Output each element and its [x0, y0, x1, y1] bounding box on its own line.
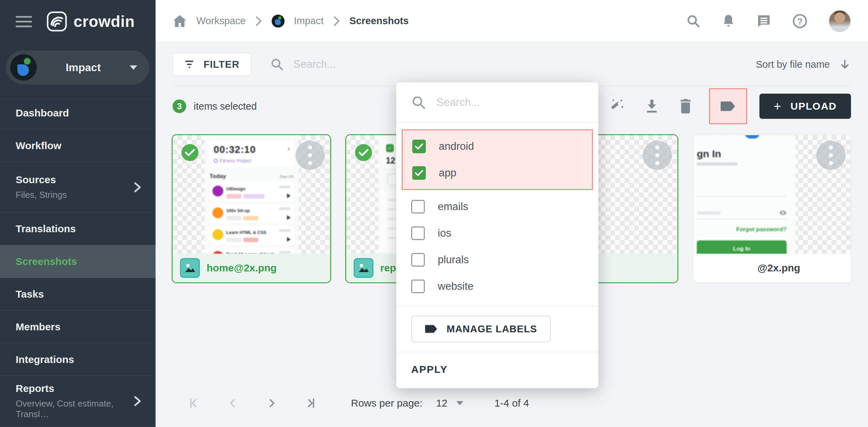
previous-page-button[interactable]	[226, 396, 239, 410]
sort-label: Sort by file name	[756, 59, 830, 70]
next-page-button[interactable]	[265, 396, 279, 410]
home-icon[interactable]	[173, 14, 187, 28]
labels-search-row	[396, 82, 598, 123]
eye-icon	[779, 210, 787, 215]
label-option-plurals[interactable]: plurals	[396, 247, 598, 273]
chevron-right-icon	[133, 394, 142, 408]
card-footer: @2x.png	[693, 254, 851, 282]
label-tag-button-highlighted[interactable]	[709, 88, 747, 124]
help-icon[interactable]: ?	[792, 14, 807, 29]
labels-dropdown: android app emails ios plurals website	[396, 82, 598, 388]
checkbox-icon[interactable]	[411, 253, 425, 267]
screenshot-card-signin[interactable]: gn In Forgot password? Log In @2x.png	[693, 135, 851, 282]
checkbox-checked-icon[interactable]	[412, 166, 426, 180]
delete-trash-icon[interactable]	[678, 98, 693, 114]
crowdin-logo-icon	[46, 11, 67, 32]
label-icon	[721, 101, 735, 111]
search-icon	[411, 95, 426, 110]
checkbox-icon[interactable]	[411, 200, 425, 214]
sidebar-item-dashboard[interactable]: Dashboard	[0, 97, 156, 129]
sidebar-item-reports[interactable]: Reports Overview, Cost estimate, Transl…	[0, 376, 156, 426]
filter-button[interactable]: FILTER	[173, 53, 251, 76]
chevron-right-icon	[133, 180, 142, 194]
brand-row: crowdin	[0, 0, 156, 43]
label-option-android[interactable]: android	[403, 133, 592, 160]
selected-count-badge: 3	[173, 99, 186, 113]
user-avatar[interactable]	[829, 10, 851, 32]
breadcrumb-workspace[interactable]: Workspace	[196, 15, 246, 27]
breadcrumb-current-page: Screenshots	[350, 15, 409, 27]
label-option-app[interactable]: app	[403, 160, 592, 186]
sort-control[interactable]: Sort by file name	[756, 58, 851, 70]
auto-tag-wand-icon[interactable]	[609, 98, 625, 114]
sidebar: crowdin Impact Dashboard Workflow Source…	[0, 0, 156, 427]
pagination: Rows per page: 12 1-4 of 4	[186, 396, 529, 410]
screenshot-filename: @2x.png	[757, 262, 800, 274]
thumbnail-preview: gn In Forgot password? Log In	[693, 135, 795, 254]
label-option-website[interactable]: website	[396, 273, 598, 300]
checkbox-icon[interactable]	[411, 280, 425, 293]
filter-row: FILTER Sort by file name	[173, 50, 851, 79]
chevron-down-icon[interactable]	[456, 401, 463, 405]
project-avatar	[10, 54, 37, 81]
breadcrumb-project[interactable]: Impact	[294, 15, 324, 27]
sidebar-item-translations[interactable]: Translations	[0, 212, 156, 245]
screenshot-card-home[interactable]: 00:32:10 › Fitness Project Today See All…	[173, 135, 330, 282]
chevron-right-icon	[255, 16, 262, 27]
card-footer: home@2x.png	[173, 254, 330, 282]
manage-labels-button[interactable]: MANAGE LABELS	[411, 316, 551, 342]
sidebar-item-workflow[interactable]: Workflow	[0, 129, 156, 162]
card-menu-kebab-icon[interactable]	[295, 141, 325, 170]
rows-per-page-value[interactable]: 12	[436, 397, 447, 409]
sidebar-item-sources[interactable]: Sources Files, Strings	[0, 162, 156, 212]
notifications-bell-icon[interactable]	[722, 14, 735, 29]
card-menu-kebab-icon[interactable]	[643, 141, 672, 170]
checkbox-icon[interactable]	[411, 226, 425, 240]
image-file-icon	[354, 258, 373, 278]
svg-text:?: ?	[797, 17, 803, 26]
sidebar-item-tasks[interactable]: Tasks	[0, 278, 156, 311]
plus-icon: +	[774, 99, 782, 114]
checkbox-checked-icon[interactable]	[412, 140, 426, 153]
crowdin-logo[interactable]: crowdin	[46, 11, 135, 32]
breadcrumb: Workspace Impact Screenshots	[173, 14, 409, 28]
label-option-ios[interactable]: ios	[396, 220, 598, 247]
card-menu-kebab-icon[interactable]	[816, 141, 846, 170]
chevron-down-icon	[130, 65, 137, 70]
topbar-actions: ?	[686, 10, 851, 32]
selected-count-text: items selected	[194, 101, 257, 112]
label-option-emails[interactable]: emails	[396, 193, 598, 220]
apply-button[interactable]: APPLY	[396, 352, 598, 388]
rows-per-page-label: Rows per page:	[351, 397, 422, 409]
messages-chat-icon[interactable]	[756, 14, 771, 28]
hamburger-menu-icon[interactable]	[16, 16, 32, 27]
filter-icon	[184, 60, 195, 69]
sidebar-item-integrations[interactable]: Integrations	[0, 343, 156, 376]
arrow-down-icon	[839, 58, 851, 70]
project-selector[interactable]: Impact	[6, 50, 149, 84]
page-range: 1-4 of 4	[495, 397, 529, 409]
divider	[396, 306, 598, 306]
breadcrumb-project-avatar	[272, 15, 285, 28]
chevron-right-icon	[333, 16, 340, 27]
topbar: Workspace Impact Screenshots ?	[156, 0, 868, 42]
screenshot-filename: home@2x.png	[207, 262, 277, 274]
sidebar-nav: Dashboard Workflow Sources Files, String…	[0, 96, 156, 426]
search-icon[interactable]	[686, 14, 701, 28]
highlighted-labels-group: android app	[402, 129, 593, 190]
sidebar-item-members[interactable]: Members	[0, 311, 156, 343]
selected-check-icon[interactable]	[181, 144, 198, 161]
download-icon[interactable]	[644, 98, 659, 114]
labels-search-input[interactable]	[436, 96, 583, 109]
last-page-button[interactable]	[305, 396, 318, 410]
crowdin-logo-text: crowdin	[74, 12, 135, 31]
image-file-icon	[180, 258, 200, 278]
project-name: Impact	[37, 61, 130, 74]
upload-button[interactable]: + UPLOAD	[759, 94, 851, 119]
thumbnail-preview: 00:32:10 › Fitness Project Today See All…	[205, 135, 298, 254]
selected-check-icon[interactable]	[355, 144, 372, 161]
search-input[interactable]	[293, 58, 498, 70]
first-page-button[interactable]	[186, 396, 200, 410]
sidebar-item-screenshots[interactable]: Screenshots	[0, 245, 156, 278]
labels-list: android app emails ios plurals website	[396, 123, 598, 301]
